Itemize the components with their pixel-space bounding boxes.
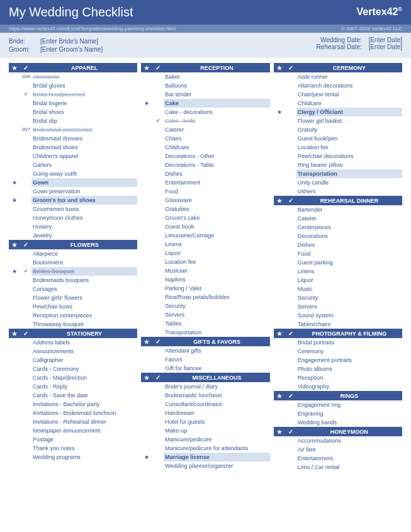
checklist-item[interactable]: Groomsmen tuxes bbox=[9, 205, 137, 213]
checklist-item[interactable]: Cards - Reply bbox=[9, 382, 137, 391]
checklist-item[interactable]: Attendant gifts bbox=[141, 346, 269, 355]
checklist-item[interactable]: Glassware bbox=[141, 196, 269, 205]
checklist-item[interactable]: Cards - Ceremony bbox=[9, 365, 137, 373]
checklist-item[interactable]: Hosiery bbox=[9, 222, 137, 231]
groom-value[interactable]: [Enter Groom's Name] bbox=[40, 46, 103, 53]
item-star[interactable] bbox=[274, 108, 285, 116]
checklist-item[interactable]: Going-away outfit bbox=[9, 169, 137, 178]
checklist-item[interactable]: Marriage license bbox=[141, 453, 269, 461]
checklist-item[interactable]: Children's apparel bbox=[9, 152, 137, 161]
checklist-item[interactable]: Newspaper announcement bbox=[9, 426, 137, 435]
checklist-item[interactable]: Guest parking bbox=[274, 258, 402, 267]
checklist-item[interactable]: Location fee bbox=[141, 258, 269, 266]
checklist-item[interactable]: Pew/chair decorations bbox=[274, 152, 402, 161]
checklist-item[interactable]: Bridal slip bbox=[9, 116, 137, 125]
checklist-item[interactable]: Bartender bbox=[274, 205, 402, 214]
checklist-item[interactable]: Bride's journal / diary bbox=[141, 382, 269, 391]
checklist-item[interactable]: Caterer bbox=[274, 214, 402, 223]
checklist-item[interactable]: Sound system bbox=[274, 311, 402, 320]
checklist-item[interactable]: Jewelry bbox=[9, 231, 137, 240]
checklist-item[interactable]: Reception centerpieces bbox=[9, 311, 137, 320]
checklist-item[interactable]: Invitations - Bridesmaid luncheon bbox=[9, 409, 137, 417]
checklist-item[interactable]: Brides bouquet bbox=[9, 267, 137, 276]
checklist-item[interactable]: Gratuities bbox=[141, 205, 269, 213]
checklist-item[interactable]: Consultant/coordinator bbox=[141, 400, 269, 409]
checklist-item[interactable]: Bridal lingerie bbox=[9, 99, 137, 108]
item-star[interactable] bbox=[141, 99, 152, 108]
checklist-item[interactable]: Engagement portraits bbox=[274, 356, 402, 365]
checklist-item[interactable]: Liquor bbox=[274, 276, 402, 285]
item-star[interactable] bbox=[9, 178, 20, 187]
checklist-item[interactable]: Servers bbox=[274, 302, 402, 311]
checklist-item[interactable]: Centerpieces bbox=[274, 223, 402, 232]
checklist-item[interactable]: Altar/arch decorations bbox=[274, 81, 402, 90]
checklist-item[interactable]: Wedding planner/organizer bbox=[141, 461, 269, 470]
checklist-item[interactable]: Groom's tux and shoes bbox=[9, 196, 137, 205]
item-check[interactable] bbox=[20, 90, 31, 99]
checklist-item[interactable]: Engagement ring bbox=[274, 400, 402, 409]
checklist-item[interactable]: Bridal shoes bbox=[9, 108, 137, 116]
checklist-item[interactable]: Food bbox=[274, 249, 402, 258]
checklist-item[interactable]: Bridal headpiece/veil bbox=[9, 90, 137, 99]
checklist-item[interactable]: Announcements bbox=[9, 347, 137, 356]
checklist-item[interactable]: Groom's cake bbox=[141, 213, 269, 222]
checklist-item[interactable]: Hotel for guests bbox=[141, 417, 269, 426]
checklist-item[interactable]: Location fee bbox=[274, 143, 402, 152]
checklist-item[interactable]: Bridal portraits bbox=[274, 338, 402, 347]
checklist-item[interactable]: Chair/pew rental bbox=[274, 90, 402, 99]
checklist-item[interactable]: Musician bbox=[141, 266, 269, 275]
checklist-item[interactable]: Tables bbox=[141, 319, 269, 328]
item-check[interactable]: 10/8 bbox=[20, 72, 31, 81]
checklist-item[interactable]: Decorations bbox=[274, 232, 402, 241]
checklist-item[interactable]: Boutonnière bbox=[9, 258, 137, 267]
checklist-item[interactable]: Napkins bbox=[141, 275, 269, 284]
checklist-item[interactable]: Childcare bbox=[141, 143, 269, 152]
checklist-item[interactable]: Caterer bbox=[141, 125, 269, 134]
checklist-item[interactable]: Accommodations bbox=[274, 436, 402, 445]
checklist-item[interactable]: Wedding bands bbox=[274, 418, 402, 427]
checklist-item[interactable]: Calligrapher bbox=[9, 356, 137, 365]
checklist-item[interactable]: Throwaway bouquet bbox=[9, 320, 137, 329]
checklist-item[interactable]: Bridal gloves bbox=[9, 81, 137, 90]
checklist-item[interactable]: Aisle runner bbox=[274, 72, 402, 81]
checklist-item[interactable]: Manicure/pedicure bbox=[141, 435, 269, 444]
checklist-item[interactable]: 10/7Bridesmaid accessories bbox=[9, 125, 137, 134]
rehearsal-date-value[interactable]: [Enter Date] bbox=[369, 43, 402, 50]
checklist-item[interactable]: Liquor bbox=[141, 249, 269, 258]
checklist-item[interactable]: Servers bbox=[141, 310, 269, 319]
checklist-item[interactable]: Decorations - Other bbox=[141, 152, 269, 161]
checklist-item[interactable]: Manicure/pedicure for attendants bbox=[141, 444, 269, 453]
checklist-item[interactable]: 10/8Alterations bbox=[9, 72, 137, 81]
checklist-item[interactable]: Linens bbox=[141, 240, 269, 249]
checklist-item[interactable]: Favors bbox=[141, 355, 269, 364]
checklist-item[interactable]: Videography bbox=[274, 382, 402, 391]
wedding-date-value[interactable]: [Enter Date] bbox=[369, 37, 402, 43]
checklist-item[interactable]: Hairdresser bbox=[141, 409, 269, 417]
checklist-item[interactable]: Ceremony bbox=[274, 347, 402, 356]
checklist-item[interactable]: Cake bbox=[141, 99, 269, 108]
checklist-item[interactable]: Linens bbox=[274, 267, 402, 276]
checklist-item[interactable]: Parking / Valet bbox=[141, 284, 269, 293]
item-check[interactable]: 10/7 bbox=[20, 125, 31, 134]
bride-value[interactable]: [Enter Bride's Name] bbox=[40, 38, 98, 45]
checklist-item[interactable]: Food bbox=[141, 187, 269, 196]
checklist-item[interactable]: Chairs bbox=[141, 134, 269, 143]
checklist-item[interactable]: Guest book bbox=[141, 222, 269, 231]
checklist-item[interactable]: Ushers bbox=[274, 187, 402, 196]
checklist-item[interactable]: Engraving bbox=[274, 409, 402, 418]
checklist-item[interactable]: Postage bbox=[9, 435, 137, 444]
checklist-item[interactable]: Gratuity bbox=[274, 125, 402, 134]
item-star[interactable] bbox=[9, 267, 20, 276]
checklist-item[interactable]: Honeymoon clothes bbox=[9, 213, 137, 222]
checklist-item[interactable]: Balloons bbox=[141, 81, 269, 90]
checklist-item[interactable]: Address labels bbox=[9, 338, 137, 347]
item-check[interactable] bbox=[20, 267, 31, 276]
checklist-item[interactable]: Transportation bbox=[274, 169, 402, 178]
checklist-item[interactable]: Limousine/Carriage bbox=[141, 231, 269, 240]
checklist-item[interactable]: Photo albums bbox=[274, 365, 402, 373]
checklist-item[interactable]: Childcare bbox=[274, 99, 402, 108]
item-star[interactable] bbox=[9, 196, 20, 205]
checklist-item[interactable]: Bridesmaids bouquets bbox=[9, 276, 137, 285]
checklist-item[interactable]: Invitations - Rehearsal dinner bbox=[9, 417, 137, 426]
item-star[interactable] bbox=[141, 453, 152, 461]
